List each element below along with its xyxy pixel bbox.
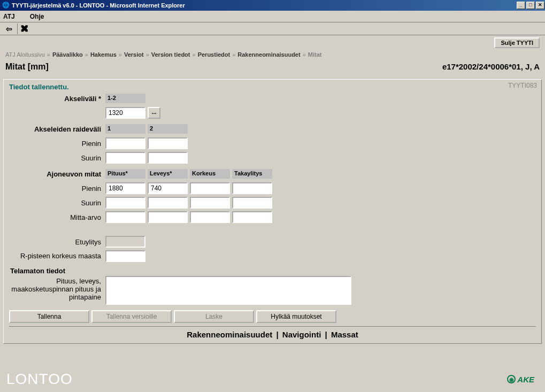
footer: LONTOO ◉ AKE bbox=[6, 371, 534, 388]
link-navigointi[interactable]: Navigointi bbox=[282, 330, 321, 339]
window-title: TYYTI-järjestelmä v6.0 - LONTOO - Micros… bbox=[12, 2, 185, 9]
input-leveys-pienin[interactable] bbox=[148, 182, 188, 194]
colhead-akselivali-1-2: 1-2 bbox=[105, 94, 145, 103]
label-raidevali: Akseleiden raideväli bbox=[9, 125, 105, 133]
label-suurin: Suurin bbox=[9, 154, 105, 162]
footer-logo: LONTOO bbox=[6, 371, 73, 388]
page-code: e17*2002/24*0006*01, J, A bbox=[442, 62, 540, 71]
breadcrumb-item[interactable]: Rakenneominaisuudet bbox=[237, 51, 300, 58]
minimize-button[interactable]: _ bbox=[517, 2, 525, 9]
colhead-leveys: Leveys* bbox=[148, 169, 188, 179]
label-etuylitys: Etuylitys bbox=[9, 238, 105, 246]
bottom-links: Rakenneominaisuudet | Navigointi | Massa… bbox=[9, 330, 536, 339]
input-leveys-mitta[interactable] bbox=[148, 211, 188, 223]
input-takaylitys-pienin[interactable] bbox=[232, 182, 272, 194]
colhead-1: 1 bbox=[105, 124, 145, 134]
textarea-telamaton[interactable] bbox=[105, 276, 351, 305]
breadcrumb-item[interactable]: Perustiedot bbox=[198, 51, 231, 58]
ake-logo: ◉ AKE bbox=[507, 375, 534, 384]
link-massat[interactable]: Massat bbox=[331, 330, 358, 339]
colhead-pituus: Pituus* bbox=[105, 169, 145, 179]
input-korkeus-suurin[interactable] bbox=[190, 197, 230, 209]
status-message: Tiedot tallennettu. bbox=[9, 83, 536, 91]
input-raidevali-1-pienin[interactable] bbox=[105, 137, 145, 149]
label-pienin: Pienin bbox=[9, 140, 105, 148]
colhead-takaylitys: Takaylitys bbox=[232, 169, 272, 179]
label-telamaton: Pituus, leveys, maakosketuspinnan pituus… bbox=[9, 276, 105, 301]
breadcrumb-item[interactable]: ATJ Aloitussivu bbox=[5, 51, 45, 58]
input-leveys-suurin[interactable] bbox=[148, 197, 188, 209]
window-titlebar: 🌐 TYYTI-järjestelmä v6.0 - LONTOO - Micr… bbox=[0, 0, 545, 11]
menu-atj[interactable]: ATJ bbox=[3, 13, 15, 20]
input-raidevali-2-pienin[interactable] bbox=[148, 137, 188, 149]
page-title: Mitat [mm] bbox=[5, 62, 49, 72]
section-telamaton: Telamaton tiedot bbox=[10, 267, 536, 275]
menu-ohje[interactable]: Ohje bbox=[30, 13, 44, 20]
ie-icon: 🌐 bbox=[2, 2, 10, 9]
input-raidevali-2-suurin[interactable] bbox=[148, 152, 188, 164]
label-ajoneuvo: Ajoneuvon mitat bbox=[9, 170, 105, 178]
label-suurin: Suurin bbox=[9, 199, 105, 207]
panel-id: TYYTI083 bbox=[508, 82, 537, 89]
hylkaa-button[interactable]: Hylkää muutokset bbox=[256, 310, 336, 323]
input-pituus-suurin[interactable] bbox=[105, 197, 145, 209]
form-panel: TYYTI083 Tiedot tallennettu. Akseliväli … bbox=[3, 79, 542, 344]
maximize-button[interactable]: □ bbox=[526, 2, 535, 9]
ellipsis-button[interactable]: ... bbox=[148, 107, 160, 119]
ake-icon: ◉ bbox=[507, 375, 516, 383]
input-rpiste[interactable] bbox=[105, 250, 145, 262]
button-row: Tallenna Tallenna versioille Laske Hylkä… bbox=[9, 310, 536, 327]
label-rpiste: R-pisteen korkeus maasta bbox=[9, 252, 105, 260]
breadcrumb-item[interactable]: Hakemus bbox=[90, 51, 117, 58]
label-mitta-arvo: Mitta-arvo bbox=[9, 213, 105, 221]
close-button[interactable]: ✕ bbox=[536, 2, 544, 9]
input-akselivali[interactable] bbox=[105, 107, 145, 119]
laske-button[interactable]: Laske bbox=[174, 310, 254, 323]
page-header: Mitat [mm] e17*2002/24*0006*01, J, A bbox=[0, 62, 545, 79]
breadcrumb-item[interactable]: Versiot bbox=[124, 51, 144, 58]
input-takaylitys-mitta[interactable] bbox=[232, 211, 272, 223]
input-pituus-mitta[interactable] bbox=[105, 211, 145, 223]
top-bar: Sulje TYYTI bbox=[0, 35, 545, 49]
tallenna-versioille-button[interactable]: Tallenna versioille bbox=[91, 310, 172, 323]
colhead-2: 2 bbox=[148, 124, 188, 134]
input-korkeus-mitta[interactable] bbox=[190, 211, 230, 223]
label-pienin: Pienin bbox=[9, 185, 105, 193]
menubar: ATJ Ohje bbox=[0, 11, 545, 22]
colhead-korkeus: Korkeus bbox=[190, 169, 230, 179]
input-pituus-pienin[interactable] bbox=[105, 182, 145, 194]
label-akselivali: Akseliväli * bbox=[9, 95, 105, 103]
back-icon[interactable]: ⇦ bbox=[3, 24, 15, 34]
readonly-etuylitys bbox=[105, 236, 145, 248]
input-raidevali-1-suurin[interactable] bbox=[105, 152, 145, 164]
toolbar: ⇦ 🞮 bbox=[0, 22, 545, 35]
breadcrumb-item[interactable]: Version tiedot bbox=[151, 51, 190, 58]
tallenna-button[interactable]: Tallenna bbox=[9, 310, 89, 323]
stop-icon[interactable]: 🞮 bbox=[17, 24, 29, 34]
breadcrumb-item[interactable]: Päävalikko bbox=[52, 51, 83, 58]
breadcrumb-item-current: Mitat bbox=[308, 51, 322, 58]
breadcrumb: ATJ Aloitussivu » Päävalikko » Hakemus »… bbox=[0, 49, 545, 62]
sulje-tyyti-button[interactable]: Sulje TYYTI bbox=[494, 37, 540, 48]
input-korkeus-pienin[interactable] bbox=[190, 182, 230, 194]
input-takaylitys-suurin[interactable] bbox=[232, 197, 272, 209]
link-rakenne[interactable]: Rakenneominaisuudet bbox=[187, 330, 272, 339]
